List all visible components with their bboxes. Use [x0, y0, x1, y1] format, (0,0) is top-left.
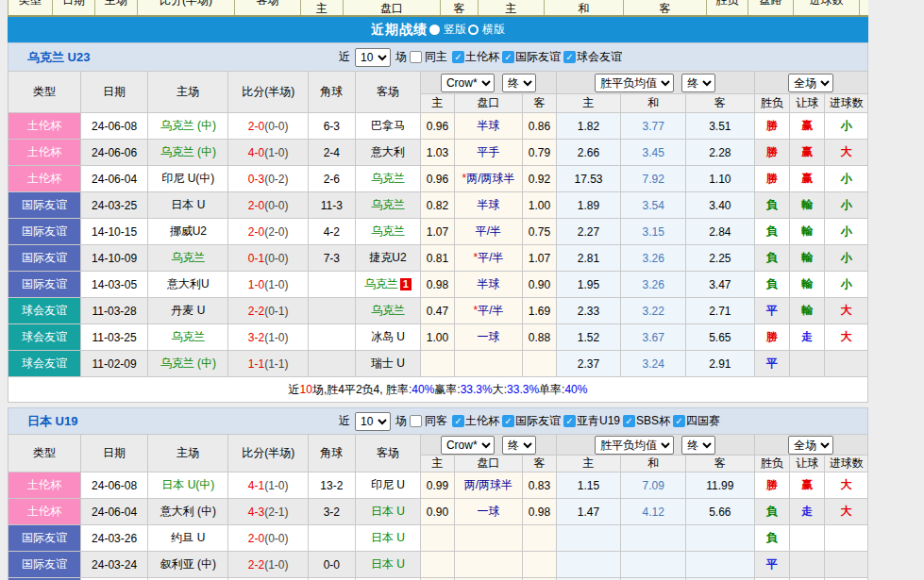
avg-odds-select[interactable]: 胜平负均值 [595, 436, 674, 455]
wdl-result-cell: 勝 [754, 324, 789, 351]
avg-draw-odds-cell: 3.26 [621, 272, 686, 298]
halftime-score: (2-1) [264, 505, 288, 519]
same-venue-checkbox[interactable] [410, 51, 422, 63]
away-team-link[interactable]: 乌克兰 [371, 172, 405, 185]
match-count-select[interactable]: 10 [355, 48, 391, 67]
away-team-link[interactable]: 瑞士 U [371, 356, 405, 370]
bookmaker-select[interactable]: Crow* [441, 436, 495, 455]
home-odds-cell: 0.90 [421, 499, 454, 525]
away-team-link[interactable]: 日本 U [371, 531, 405, 544]
league-checkbox[interactable]: ✓ [623, 415, 635, 427]
home-team-link[interactable]: 日本 U [171, 198, 205, 211]
near-label: 近 [339, 413, 350, 429]
fulltime-score: 1-1 [248, 357, 264, 371]
date-cell: 14-03-05 [80, 272, 148, 298]
col-crow-away: 客 [523, 94, 556, 113]
away-team-link[interactable]: 乌克兰 [371, 304, 405, 317]
away-team-link[interactable]: 意大利 [371, 145, 405, 158]
match-count-select[interactable]: 10 [355, 412, 391, 431]
away-team-link[interactable]: 乌克兰 [371, 198, 405, 211]
home-team-link[interactable]: 乌克兰 (中) [160, 119, 216, 132]
avg-home-odds-cell: 17.53 [556, 166, 621, 192]
home-team-link[interactable]: 挪威U2 [170, 224, 207, 238]
home-team-link[interactable]: 意大利U [167, 277, 210, 290]
handicap-result-cell: 輸 [790, 192, 825, 219]
league-checkbox[interactable]: ✓ [502, 415, 514, 427]
home-team-link[interactable]: 乌克兰 (中) [160, 145, 216, 158]
home-team-link[interactable]: 叙利亚 (中) [160, 557, 216, 571]
match-row: 国际友谊24-03-24叙利亚 (中)2-2(1-0)0-0日本 U平 [8, 552, 868, 578]
league-label: 国际友谊 [515, 49, 561, 65]
away-team-cell: 日本 U [355, 525, 421, 552]
odds-time-select[interactable]: 终 [502, 436, 536, 455]
handicap-cell [454, 525, 523, 552]
home-odds-cell: 0.82 [421, 192, 454, 219]
home-team-link[interactable]: 乌克兰 (中) [160, 356, 216, 370]
odds-time-select[interactable]: 终 [502, 74, 536, 92]
col-type: 类型 [8, 72, 81, 113]
match-row: 球会友谊11-03-28丹麦 U2-2(0-1)乌克兰0.47*平/半1.692… [8, 298, 868, 324]
league-checkbox[interactable]: ✓ [502, 51, 514, 63]
vertical-layout-radio[interactable] [429, 25, 440, 35]
avg-draw-odds-cell: 7.92 [621, 166, 686, 192]
avg-home-odds-cell: 1.82 [556, 113, 621, 140]
handicap-result-cell: 赢 [790, 472, 825, 499]
prev-header-col: 盘口 [344, 0, 441, 15]
vertical-layout-label[interactable]: 竖版 [444, 22, 466, 38]
league-checkbox[interactable]: ✓ [563, 51, 576, 63]
games-label: 场 [395, 413, 407, 429]
league-checkbox[interactable]: ✓ [452, 415, 464, 427]
score-cell: 1-0(1-0) [228, 272, 309, 298]
home-team-link[interactable]: 乌克兰 [171, 251, 205, 264]
away-team-cell: 乌克兰 [355, 166, 421, 192]
bookmaker-select[interactable]: Crow* [441, 74, 495, 92]
away-team-link[interactable]: 捷克U2 [369, 251, 406, 264]
away-team-link[interactable]: 日本 U [371, 505, 405, 518]
col-crow-away: 客 [523, 456, 556, 472]
league-checkbox[interactable]: ✓ [563, 415, 576, 427]
date-cell: 24-06-06 [80, 140, 148, 166]
scope-select[interactable]: 全场 [788, 436, 833, 455]
away-team-cell: 印尼 U [355, 472, 421, 499]
away-team-link[interactable]: 印尼 U [371, 478, 405, 491]
avg-time-select[interactable]: 终 [681, 436, 715, 455]
avg-home-odds-cell: 2.81 [556, 245, 621, 272]
prev-header-col: 盘路 [748, 0, 794, 15]
halftime-score: (1-1) [264, 357, 288, 371]
goals-result-cell: 大 [825, 472, 868, 499]
score-cell: 4-1(1-0) [228, 472, 309, 499]
goals-result-cell: 小 [825, 113, 868, 140]
away-team-link[interactable]: 乌克兰 [371, 224, 405, 238]
home-team-link[interactable]: 丹麦 U [171, 304, 205, 317]
league-checkbox[interactable]: ✓ [452, 51, 464, 63]
avg-away-odds-cell: 11.99 [686, 472, 755, 499]
horizontal-layout-radio[interactable] [468, 25, 479, 35]
avg-odds-select[interactable]: 胜平负均值 [595, 74, 674, 92]
home-team-link[interactable]: 乌克兰 [171, 330, 205, 343]
same-venue-label: 同客 [425, 413, 447, 429]
prev-header-col: 和 [545, 0, 624, 15]
home-team-link[interactable]: 约旦 U [171, 531, 205, 544]
col-corner: 角球 [309, 435, 355, 472]
prev-header-col: 日期 [53, 0, 95, 15]
away-team-link[interactable]: 巴拿马 [371, 119, 405, 132]
horizontal-layout-label[interactable]: 横版 [482, 22, 505, 38]
home-team-cell: 约旦 U [148, 525, 228, 552]
fulltime-score: 4-3 [248, 505, 264, 519]
prev-header-col-label: 主场 [95, 0, 137, 8]
away-team-link[interactable]: 乌克兰 [364, 277, 398, 290]
col-avg-home: 主 [556, 456, 621, 472]
prev-header-col-label: 客 [624, 1, 706, 17]
avg-draw-odds-cell: 3.15 [621, 219, 686, 245]
col-crow-home: 主 [421, 94, 454, 113]
home-team-link[interactable]: 意大利 (中) [160, 505, 216, 518]
home-team-link[interactable]: 印尼 U(中) [161, 172, 214, 185]
league-checkbox[interactable]: ✓ [673, 415, 685, 427]
away-team-link[interactable]: 日本 U [371, 557, 405, 571]
avg-time-select[interactable]: 终 [681, 74, 715, 92]
away-team-link[interactable]: 冰岛 U [371, 330, 405, 343]
fulltime-score: 0-1 [248, 252, 264, 265]
home-team-link[interactable]: 日本 U(中) [161, 478, 214, 491]
scope-select[interactable]: 全场 [788, 74, 833, 92]
same-venue-checkbox[interactable] [410, 415, 422, 427]
